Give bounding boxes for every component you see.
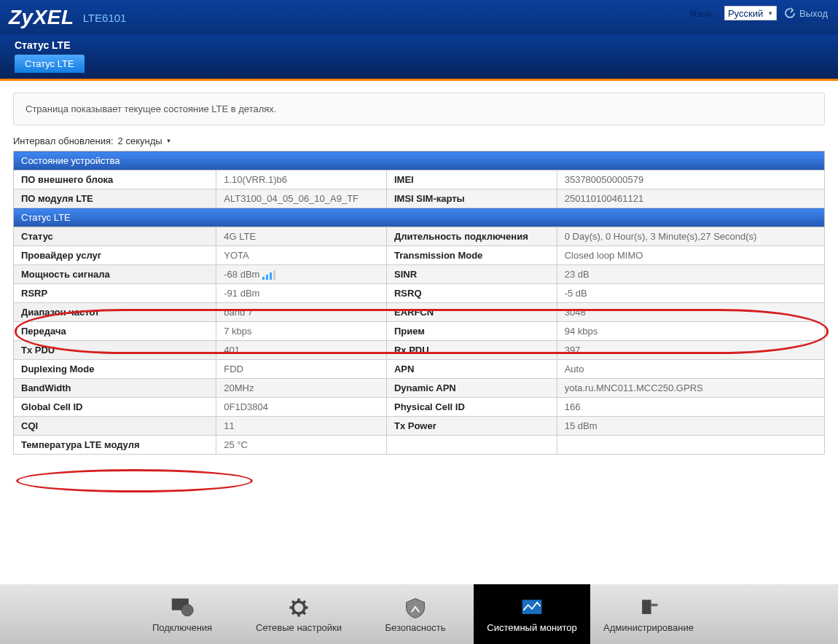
row-key: RSRP	[14, 284, 216, 303]
nav-label: Безопасность	[385, 622, 446, 633]
shield-icon	[402, 596, 428, 619]
logout-button[interactable]: Выход	[784, 7, 828, 19]
row-value: -68 dBm	[216, 265, 387, 284]
table-row: RSRP-91 dBmRSRQ-5 dB	[14, 284, 825, 303]
row-key: ПО модуля LTE	[14, 189, 216, 208]
svg-rect-11	[522, 600, 542, 614]
svg-rect-13	[651, 603, 658, 606]
table-row: Статус4G LTEДлительность подключения0 Da…	[14, 227, 825, 246]
svg-line-10	[292, 612, 294, 614]
row-value: 166	[557, 398, 824, 417]
row-key: Статус	[14, 227, 216, 246]
row-key: IMEI	[386, 170, 557, 189]
row-key: Tx Power	[386, 417, 557, 436]
nav-network-settings[interactable]: Сетевые настройки	[240, 584, 357, 644]
table-row: Tx PDU401Rx PDU397	[14, 341, 825, 360]
admin-icon	[635, 596, 662, 619]
table-row: CQI11Tx Power15 dBm	[14, 417, 825, 436]
row-key: Температура LTE модуля	[14, 436, 216, 455]
svg-line-8	[303, 612, 305, 614]
refresh-label: Интервал обновления:	[13, 136, 114, 146]
bottom-navbar: Подключения Сетевые настройки Безопаснос…	[0, 584, 838, 644]
table-row: Диапазон частотband 7EARFCN3048	[14, 303, 825, 322]
row-value: 397	[557, 341, 824, 360]
row-key: CQI	[14, 417, 216, 436]
row-value: FDD	[216, 360, 387, 379]
row-key: Длительность подключения	[386, 227, 557, 246]
language-label: Язык :	[689, 8, 717, 19]
table-row: Global Cell ID0F1D3804Physical Cell ID16…	[14, 398, 825, 417]
annotation-oval-cqi	[16, 469, 253, 492]
content-area: Страница показывает текущее состояние LT…	[0, 81, 838, 455]
table-row: Передача7 kbpsПрием94 kbps	[14, 322, 825, 341]
svg-line-7	[292, 601, 294, 603]
row-value: YOTA	[216, 246, 387, 265]
tab-lte-status[interactable]: Статус LTE	[15, 55, 85, 73]
row-value: 20MHz	[216, 379, 387, 398]
row-value: Auto	[557, 360, 824, 379]
row-key: SINR	[386, 265, 557, 284]
description-panel: Страница показывает текущее состояние LT…	[13, 93, 825, 125]
row-value: 1.10(VRR.1)b6	[216, 170, 387, 189]
page-header: Статус LTE Статус LTE	[0, 35, 838, 79]
row-key: APN	[386, 360, 557, 379]
table-row: ПО модуля LTEALT3100_04_05_06_10_A9_TFIM…	[14, 189, 825, 208]
nav-label: Подключения	[152, 622, 212, 633]
refresh-row: Интервал обновления: 2 секунды ▼	[13, 136, 825, 146]
row-value: -91 dBm	[216, 284, 387, 303]
chevron-down-icon: ▼	[767, 10, 773, 17]
row-key: ПО внешнего блока	[14, 170, 216, 189]
chevron-down-icon: ▼	[166, 138, 172, 144]
row-key: EARFCN	[386, 303, 557, 322]
row-key: Transmission Mode	[386, 246, 557, 265]
refresh-value: 2 секунды	[118, 136, 162, 146]
row-value: 353780050000579	[557, 170, 824, 189]
row-key: Диапазон частот	[14, 303, 216, 322]
row-value: 11	[216, 417, 387, 436]
row-value: 0 Day(s), 0 Hour(s), 3 Minute(s),27 Seco…	[557, 227, 824, 246]
table-row: ПО внешнего блока1.10(VRR.1)b6IMEI353780…	[14, 170, 825, 189]
row-key: Tx PDU	[14, 341, 216, 360]
gear-icon	[286, 596, 312, 619]
row-key: Dynamic APN	[386, 379, 557, 398]
nav-label: Администрирование	[603, 622, 694, 633]
row-key: Physical Cell ID	[386, 398, 557, 417]
row-key: Rx PDU	[386, 341, 557, 360]
model-label: LTE6101	[83, 12, 127, 24]
nav-security[interactable]: Безопасность	[357, 584, 474, 644]
row-key: Провайдер услуг	[14, 246, 216, 265]
row-value: 25 °C	[216, 436, 387, 455]
nav-system-monitor[interactable]: Системный монитор	[474, 584, 590, 644]
row-value: 0F1D3804	[216, 398, 387, 417]
row-value: 15 dBm	[557, 417, 824, 436]
row-value: 4G LTE	[216, 227, 387, 246]
row-value: 250110100461121	[557, 189, 824, 208]
nav-administration[interactable]: Администрирование	[590, 584, 707, 644]
row-value: -5 dB	[557, 284, 824, 303]
row-value: 7 kbps	[216, 322, 387, 341]
row-key	[386, 436, 557, 455]
status-table: Состояние устройстваПО внешнего блока1.1…	[13, 151, 825, 455]
section-header: Состояние устройства	[14, 152, 825, 170]
table-row: Температура LTE модуля25 °C	[14, 436, 825, 455]
row-value: Closed loop MIMO	[557, 246, 824, 265]
refresh-interval-select[interactable]: 2 секунды ▼	[118, 136, 172, 146]
logout-icon	[784, 7, 796, 19]
svg-point-2	[293, 602, 305, 613]
language-select[interactable]: Русский ▼	[724, 6, 777, 20]
row-value: band 7	[216, 303, 387, 322]
row-key: Global Cell ID	[14, 398, 216, 417]
page-title: Статус LTE	[15, 39, 823, 51]
row-value: ALT3100_04_05_06_10_A9_TF	[216, 189, 387, 208]
nav-label: Системный монитор	[487, 622, 576, 633]
connections-icon	[169, 596, 195, 619]
row-value: 3048	[557, 303, 824, 322]
logo: ZyXEL	[9, 6, 74, 29]
language-value: Русский	[728, 8, 763, 19]
row-value: 94 kbps	[557, 322, 824, 341]
nav-connections[interactable]: Подключения	[124, 584, 240, 644]
table-row: BandWidth20MHzDynamic APNyota.ru.MNC011.…	[14, 379, 825, 398]
row-key: BandWidth	[14, 379, 216, 398]
svg-line-9	[303, 601, 305, 603]
row-value	[557, 436, 824, 455]
